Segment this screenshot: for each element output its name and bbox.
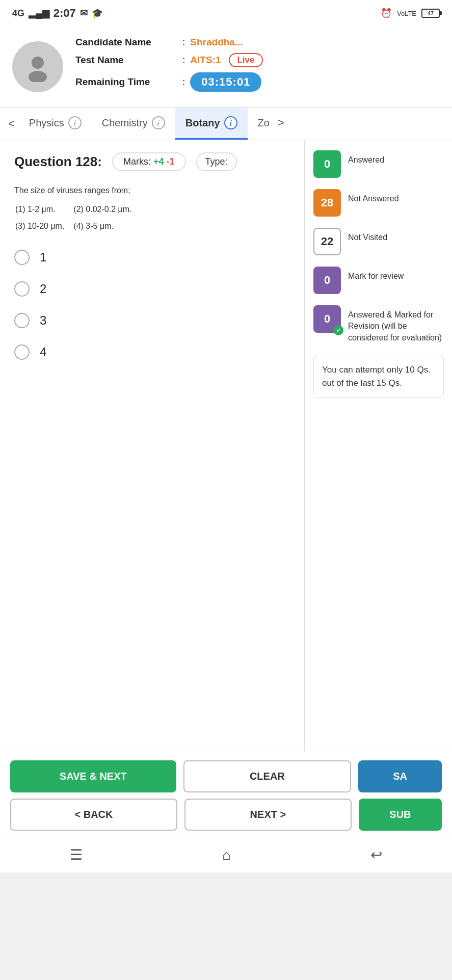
q-opt-3: (3) 10-20 μm. — [15, 218, 72, 234]
tab-botany[interactable]: Botany i — [175, 108, 248, 140]
mark-review-label: Mark for review — [348, 267, 404, 282]
tab-physics[interactable]: Physics i — [19, 108, 92, 140]
main-area: Question 128: Marks: +4 -1 Type: The siz… — [0, 140, 452, 752]
next-button[interactable]: NEXT > — [184, 799, 352, 831]
remaining-time-row: Remaining Time : 03:15:01 — [75, 72, 440, 92]
check-overlay: ✓ — [333, 325, 343, 335]
app-icon: 🎓 — [92, 8, 103, 19]
back-button[interactable]: < BACK — [10, 799, 177, 831]
status-left: 4G ▂▄▆ 2:07 ✉ 🎓 — [12, 7, 103, 20]
type-badge: Type: — [196, 152, 237, 171]
tab-zoology-label: Zo — [258, 117, 270, 129]
battery-indicator: 47 — [421, 9, 440, 18]
mark-review-count: 0 — [324, 274, 330, 287]
radio-3[interactable] — [14, 313, 30, 328]
not-answered-label: Not Answered — [348, 189, 399, 204]
not-answered-count: 28 — [321, 196, 333, 209]
tab-zoology[interactable]: Zo > — [248, 108, 299, 140]
svg-point-1 — [29, 71, 47, 82]
status-not-visited: 22 Not Visited — [313, 228, 444, 255]
answered-marked-badge: 0 ✓ — [313, 305, 341, 333]
bottom-buttons: SAVE & NEXT CLEAR SA < BACK NEXT > SUB — [0, 752, 452, 837]
physics-info-icon[interactable]: i — [68, 116, 82, 129]
status-right: ⏰ VoLTE 47 — [381, 8, 440, 19]
candidate-name-label: Candidate Name — [75, 37, 177, 48]
marks-badge: Marks: +4 -1 — [112, 152, 186, 171]
not-visited-badge: 22 — [313, 228, 341, 255]
q-opt-4: (4) 3-5 μm. — [73, 218, 140, 234]
marks-label: Marks: — [123, 156, 151, 167]
answered-marked-label: Answered & Marked for Revision (will be … — [348, 305, 444, 343]
status-bar: 4G ▂▄▆ 2:07 ✉ 🎓 ⏰ VoLTE 47 — [0, 0, 452, 27]
q-opt-1: (1) 1-2 μm. — [15, 201, 72, 217]
lte-label: VoLTE — [397, 10, 416, 17]
tooltip-text: You can attempt only 10 Qs. out of the l… — [322, 365, 431, 388]
chemistry-info-icon[interactable]: i — [152, 116, 165, 129]
tab-physics-label: Physics — [29, 117, 64, 129]
time-display: 2:07 — [54, 7, 76, 20]
tab-chemistry[interactable]: Chemistry i — [92, 108, 175, 140]
option-1-label: 1 — [40, 250, 46, 264]
status-panel: 0 Answered 28 Not Answered 22 Not Visite… — [304, 140, 452, 752]
home-icon[interactable]: ⌂ — [222, 847, 231, 863]
botany-info-icon[interactable]: i — [224, 116, 237, 129]
header-card: Candidate Name : Shraddha... Test Name :… — [0, 27, 452, 108]
marks-positive: +4 — [153, 156, 164, 167]
tab-scroll-left[interactable]: < — [4, 117, 19, 130]
save-next-button[interactable]: SAVE & NEXT — [10, 760, 176, 792]
answered-badge: 0 — [313, 150, 341, 178]
not-answered-badge: 28 — [313, 189, 341, 217]
mail-icon: ✉ — [80, 8, 88, 19]
tab-chemistry-label: Chemistry — [102, 117, 148, 129]
status-answered-marked: 0 ✓ Answered & Marked for Revision (will… — [313, 305, 444, 343]
radio-4[interactable] — [14, 345, 30, 360]
answered-marked-count: 0 — [324, 312, 330, 326]
test-name-value: AITS:1 — [190, 55, 221, 66]
answered-count: 0 — [324, 157, 330, 171]
mark-review-badge: 0 — [313, 267, 341, 294]
alarm-icon: ⏰ — [381, 8, 392, 19]
not-visited-count: 22 — [321, 235, 333, 248]
signal-bars: ▂▄▆ — [29, 8, 49, 19]
test-name-label: Test Name — [75, 55, 177, 66]
test-name-row: Test Name : AITS:1 Live — [75, 53, 440, 67]
live-badge: Live — [229, 53, 262, 67]
svg-point-0 — [32, 57, 44, 69]
answered-label: Answered — [348, 150, 384, 166]
clear-button[interactable]: CLEAR — [183, 760, 352, 792]
save-mark-button[interactable]: SA — [358, 760, 442, 792]
candidate-name-row: Candidate Name : Shraddha... — [75, 37, 440, 48]
submit-button[interactable]: SUB — [359, 799, 442, 831]
tab-scroll-right[interactable]: > — [274, 116, 288, 129]
menu-icon[interactable]: ☰ — [70, 846, 83, 863]
question-title: Question 128: — [14, 154, 102, 170]
attempt-tooltip: You can attempt only 10 Qs. out of the l… — [313, 355, 444, 398]
nav-bar: ☰ ⌂ ↩ — [0, 837, 452, 872]
q-opt-2: (2) 0.02-0.2 μm. — [73, 201, 140, 217]
candidate-name-value: Shraddha... — [190, 37, 243, 48]
candidate-info: Candidate Name : Shraddha... Test Name :… — [75, 37, 440, 97]
tab-botany-label: Botany — [185, 117, 220, 129]
timer-value: 03:15:01 — [190, 72, 261, 92]
radio-2[interactable] — [14, 281, 30, 297]
navigation-buttons-row: < BACK NEXT > SUB — [10, 799, 442, 831]
radio-1[interactable] — [14, 250, 30, 265]
avatar — [12, 41, 63, 92]
remaining-time-label: Remaining Time — [75, 76, 177, 88]
option-4-label: 4 — [40, 345, 46, 359]
option-2-label: 2 — [40, 282, 46, 296]
type-label: Type: — [205, 156, 228, 167]
action-buttons-row: SAVE & NEXT CLEAR SA — [10, 760, 442, 792]
not-visited-label: Not Visited — [348, 228, 387, 243]
status-mark-review: 0 Mark for review — [313, 267, 444, 294]
status-not-answered: 28 Not Answered — [313, 189, 444, 217]
question-options-table: (1) 1-2 μm. (2) 0.02-0.2 μm. (3) 10-20 μ… — [14, 200, 141, 235]
back-icon[interactable]: ↩ — [370, 846, 382, 863]
marks-negative: -1 — [167, 156, 175, 167]
status-answered: 0 Answered — [313, 150, 444, 178]
option-3-label: 3 — [40, 313, 46, 328]
subject-tabs: < Physics i Chemistry i Botany i Zo > — [0, 108, 452, 140]
signal-icon: 4G — [12, 8, 24, 19]
